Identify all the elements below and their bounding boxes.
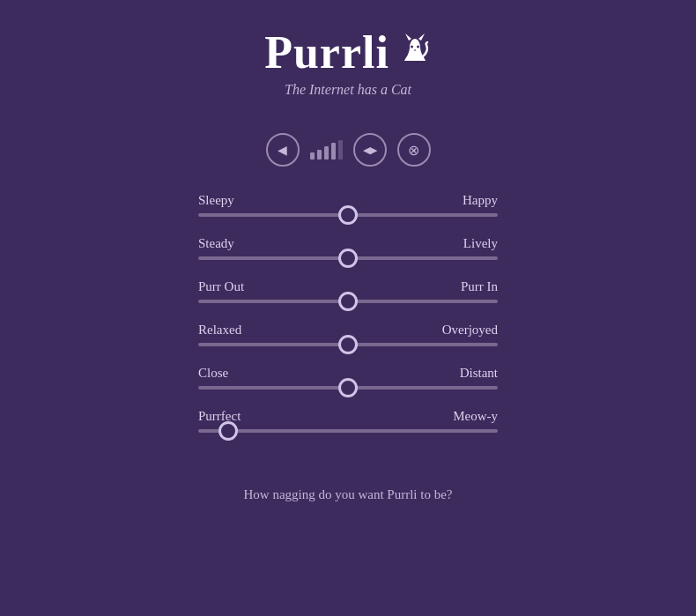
signal-bars: [310, 140, 343, 160]
app-title: Purrli: [264, 26, 389, 78]
prev-button[interactable]: ◀: [266, 133, 300, 167]
slider-row-steady-lively: SteadyLively: [198, 236, 498, 260]
slider-right-label-close-distant: Distant: [460, 366, 498, 381]
slider-row-purrfect-meowy: PurrfectMeow-y: [198, 409, 498, 433]
slider-labels-purrfect-meowy: PurrfectMeow-y: [198, 409, 498, 424]
sliders-container: SleepyHappySteadyLivelyPurr OutPurr InRe…: [198, 193, 498, 452]
slider-left-label-sleepy-happy: Sleepy: [198, 193, 234, 208]
svg-marker-1: [418, 33, 425, 41]
slider-left-label-close-distant: Close: [198, 366, 228, 381]
bar-1: [310, 152, 315, 160]
vol-up-icon: ◀▶: [363, 145, 377, 156]
bar-2: [317, 150, 322, 160]
mute-button[interactable]: ⊗: [397, 133, 431, 167]
slider-right-label-steady-lively: Lively: [463, 236, 498, 251]
slider-thumb-steady-lively[interactable]: [338, 249, 358, 268]
slider-track-relaxed-overjoyed[interactable]: [198, 343, 498, 346]
bar-3: [324, 146, 329, 160]
slider-track-close-distant[interactable]: [198, 386, 498, 390]
slider-track-purrfect-meowy[interactable]: [198, 429, 498, 433]
slider-right-label-sleepy-happy: Happy: [463, 193, 498, 208]
slider-left-label-relaxed-overjoyed: Relaxed: [198, 323, 241, 338]
slider-right-label-purrfect-meowy: Meow-y: [453, 409, 498, 424]
slider-track-steady-lively[interactable]: [198, 256, 498, 260]
slider-right-label-purrout-purrin: Purr In: [461, 279, 498, 294]
controls-bar: ◀ ◀▶ ⊗: [266, 133, 431, 167]
mute-icon: ⊗: [408, 142, 419, 159]
slider-left-label-steady-lively: Steady: [198, 236, 234, 251]
svg-point-3: [417, 46, 419, 48]
bar-4: [331, 143, 336, 160]
slider-thumb-close-distant[interactable]: [338, 378, 358, 397]
slider-row-sleepy-happy: SleepyHappy: [198, 193, 498, 217]
app-subtitle: The Internet has a Cat: [264, 82, 432, 98]
vol-up-button[interactable]: ◀▶: [353, 133, 387, 167]
slider-thumb-purrfect-meowy[interactable]: [218, 421, 238, 441]
slider-row-relaxed-overjoyed: RelaxedOverjoyed: [198, 323, 498, 346]
slider-row-close-distant: CloseDistant: [198, 366, 498, 390]
bar-5: [338, 140, 343, 160]
nagging-question: How nagging do you want Purrli to be?: [243, 487, 452, 502]
slider-thumb-purrout-purrin[interactable]: [338, 292, 358, 311]
prev-icon: ◀: [278, 143, 287, 157]
slider-track-sleepy-happy[interactable]: [198, 213, 498, 217]
slider-left-label-purrout-purrin: Purr Out: [198, 279, 244, 294]
slider-track-purrout-purrin[interactable]: [198, 300, 498, 303]
slider-thumb-sleepy-happy[interactable]: [338, 205, 358, 225]
app-header: Purrli The Internet has a Cat: [264, 26, 432, 98]
slider-left-label-purrfect-meowy: Purrfect: [198, 409, 241, 424]
svg-point-2: [411, 46, 413, 48]
slider-row-purrout-purrin: Purr OutPurr In: [198, 279, 498, 303]
cat-icon: [398, 32, 432, 73]
svg-marker-0: [405, 33, 411, 41]
slider-right-label-relaxed-overjoyed: Overjoyed: [442, 323, 498, 338]
slider-thumb-relaxed-overjoyed[interactable]: [338, 335, 358, 354]
